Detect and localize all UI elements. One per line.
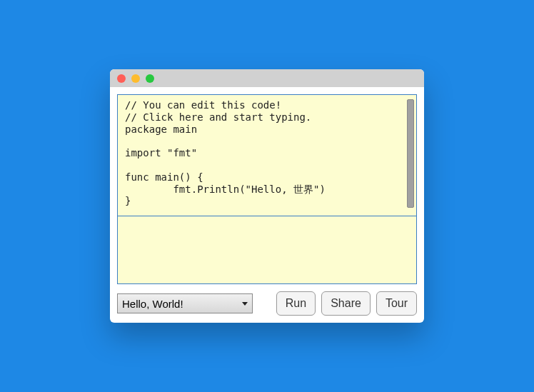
code-editor[interactable]: // You can edit this code! // Click here…	[118, 95, 416, 216]
scrollbar-thumb[interactable]	[407, 99, 414, 208]
minimize-icon[interactable]	[131, 74, 140, 83]
chevron-down-icon	[242, 302, 248, 306]
code-text: // You can edit this code! // Click here…	[125, 99, 326, 206]
close-icon[interactable]	[117, 74, 126, 83]
editor-area: // You can edit this code! // Click here…	[117, 94, 417, 284]
bottom-bar: Hello, World! Run Share Tour	[117, 291, 417, 316]
zoom-icon[interactable]	[146, 74, 154, 83]
share-button[interactable]: Share	[321, 291, 371, 316]
run-button[interactable]: Run	[276, 291, 316, 316]
tour-label: Tour	[386, 297, 408, 309]
titlebar	[110, 69, 424, 87]
run-label: Run	[286, 297, 306, 309]
tour-button[interactable]: Tour	[376, 291, 417, 316]
output-pane	[118, 216, 416, 283]
example-selector[interactable]: Hello, World!	[117, 293, 253, 313]
selector-value: Hello, World!	[122, 298, 183, 310]
app-window: // You can edit this code! // Click here…	[110, 69, 424, 323]
content-area: // You can edit this code! // Click here…	[110, 87, 424, 323]
button-group: Run Share Tour	[276, 291, 417, 316]
share-label: Share	[331, 297, 361, 309]
